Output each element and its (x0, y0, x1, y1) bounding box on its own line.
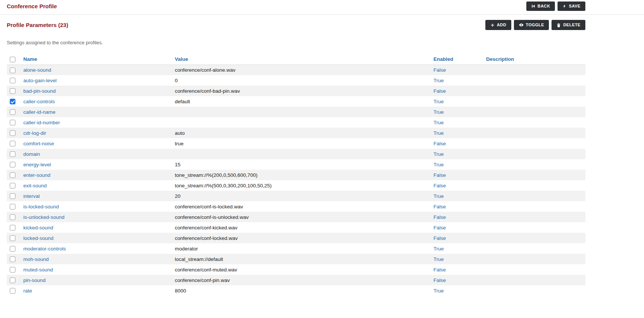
column-header-description[interactable]: Description (483, 54, 585, 65)
row-checkbox[interactable] (10, 225, 15, 231)
param-name-link[interactable]: is-locked-sound (23, 204, 59, 209)
parameters-table: Name Value Enabled Description alone-sou… (7, 54, 585, 296)
param-name-link[interactable]: domain (23, 151, 40, 157)
table-row: comfort-noise true False (7, 138, 585, 149)
row-checkbox[interactable] (10, 151, 15, 157)
param-enabled-link[interactable]: True (433, 120, 444, 125)
param-name-link[interactable]: rate (23, 288, 32, 294)
row-checkbox[interactable] (10, 172, 15, 178)
row-checkbox[interactable] (10, 277, 15, 283)
param-name-link[interactable]: comfort-noise (23, 141, 54, 146)
param-description (483, 243, 585, 254)
param-name-link[interactable]: exit-sound (23, 183, 47, 188)
param-description (483, 170, 585, 180)
param-value: conference/conf-pin.wav (172, 275, 430, 285)
param-enabled-link[interactable]: True (433, 162, 444, 167)
param-enabled-link[interactable]: False (433, 214, 446, 220)
save-button[interactable]: SAVE (558, 2, 585, 11)
param-enabled-link[interactable]: True (433, 256, 444, 262)
param-description (483, 264, 585, 275)
param-value: tone_stream://%(500,0,300,200,100,50,25) (172, 180, 430, 191)
param-enabled-link[interactable]: True (433, 78, 444, 83)
param-name-link[interactable]: caller-id-number (23, 120, 60, 125)
row-checkbox[interactable] (10, 246, 15, 252)
row-checkbox[interactable] (10, 68, 15, 73)
row-checkbox[interactable] (10, 120, 15, 125)
row-checkbox[interactable] (10, 99, 15, 104)
row-checkbox[interactable] (10, 88, 15, 94)
row-checkbox[interactable] (10, 256, 15, 262)
table-row: cdr-log-dir auto True (7, 128, 585, 138)
delete-button[interactable]: DELETE (552, 20, 585, 30)
param-enabled-link[interactable]: False (433, 267, 446, 273)
param-enabled-link[interactable]: False (433, 88, 446, 94)
delete-button-label: DELETE (563, 23, 580, 27)
column-header-name[interactable]: Name (20, 54, 172, 65)
param-name-link[interactable]: alone-sound (23, 67, 51, 73)
param-enabled-link[interactable]: True (433, 99, 444, 104)
param-name-link[interactable]: moh-sound (23, 256, 49, 262)
param-description (483, 86, 585, 96)
param-enabled-link[interactable]: True (433, 246, 444, 252)
param-name-link[interactable]: kicked-sound (23, 225, 53, 231)
add-button[interactable]: ADD (485, 20, 511, 30)
param-name-link[interactable]: caller-controls (23, 99, 55, 104)
row-checkbox[interactable] (10, 78, 15, 83)
param-description (483, 117, 585, 128)
row-checkbox[interactable] (10, 214, 15, 220)
param-name-link[interactable]: locked-sound (23, 235, 53, 241)
param-name-link[interactable]: cdr-log-dir (23, 130, 46, 136)
param-enabled-link[interactable]: False (433, 172, 446, 178)
param-name-link[interactable]: bad-pin-sound (23, 88, 56, 94)
param-name-link[interactable]: energy-level (23, 162, 51, 167)
row-checkbox[interactable] (10, 162, 15, 167)
param-name-link[interactable]: caller-id-name (23, 109, 56, 115)
param-value: default (172, 96, 430, 107)
param-name-link[interactable]: is-unlocked-sound (23, 214, 65, 220)
param-enabled-link[interactable]: True (433, 193, 444, 199)
param-name-link[interactable]: muted-sound (23, 267, 53, 273)
param-enabled-link[interactable]: True (433, 151, 444, 157)
row-checkbox[interactable] (10, 288, 15, 294)
param-enabled-link[interactable]: True (433, 130, 444, 136)
param-enabled-link[interactable]: False (433, 204, 446, 209)
back-button[interactable]: BACK (526, 2, 555, 11)
param-enabled-link[interactable]: True (433, 288, 444, 294)
param-enabled-link[interactable]: False (433, 235, 446, 241)
trash-icon (556, 23, 561, 27)
param-name-link[interactable]: enter-sound (23, 172, 50, 178)
param-description (483, 233, 585, 243)
select-all-checkbox[interactable] (10, 57, 15, 62)
bolt-icon (562, 4, 567, 8)
param-name-link[interactable]: moderator-controls (23, 246, 66, 252)
row-checkbox[interactable] (10, 235, 15, 241)
param-name-link[interactable]: auto-gain-level (23, 78, 57, 83)
param-enabled-link[interactable]: True (433, 109, 444, 115)
row-checkbox[interactable] (10, 109, 15, 115)
header-actions: BACK SAVE (526, 2, 585, 11)
param-enabled-link[interactable]: False (433, 277, 446, 283)
row-checkbox[interactable] (10, 204, 15, 209)
param-name-link[interactable]: pin-sound (23, 277, 45, 283)
param-name-link[interactable]: interval (23, 193, 40, 199)
param-value: 8000 (172, 285, 430, 296)
param-enabled-link[interactable]: False (433, 183, 446, 188)
column-header-enabled[interactable]: Enabled (430, 54, 483, 65)
param-enabled-link[interactable]: False (433, 141, 446, 146)
toggle-button[interactable]: TOGGLE (514, 20, 549, 30)
param-value: conference/conf-kicked.wav (172, 222, 430, 233)
row-checkbox[interactable] (10, 130, 15, 136)
row-checkbox[interactable] (10, 267, 15, 273)
param-description (483, 191, 585, 201)
param-value: conference/conf-locked.wav (172, 233, 430, 243)
row-checkbox[interactable] (10, 183, 15, 188)
plus-icon (490, 23, 495, 27)
param-value: auto (172, 128, 430, 138)
row-checkbox[interactable] (10, 193, 15, 199)
param-description (483, 75, 585, 86)
param-enabled-link[interactable]: False (433, 225, 446, 231)
column-header-value[interactable]: Value (172, 54, 430, 65)
table-row: caller-id-number True (7, 117, 585, 128)
row-checkbox[interactable] (10, 141, 15, 146)
param-enabled-link[interactable]: False (433, 67, 446, 73)
